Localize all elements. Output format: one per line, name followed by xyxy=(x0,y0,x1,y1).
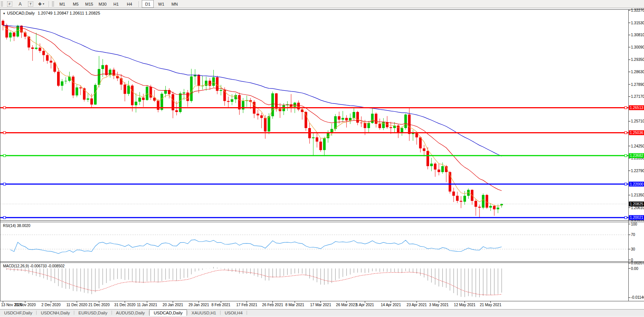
svg-text:1.27170: 1.27170 xyxy=(631,94,644,99)
hline-price-label: 1.25036 xyxy=(629,130,644,135)
timeframe-button-m5[interactable]: M5 xyxy=(70,0,82,8)
price-axis: 1.322701.315301.308101.300901.293501.286… xyxy=(629,8,644,222)
rsi-panel: 10070300 xyxy=(0,222,637,262)
text-label-tool-button[interactable]: A xyxy=(16,1,25,7)
tab-usoil-h4[interactable]: USOil,H4 xyxy=(221,310,247,316)
svg-text:0.002074: 0.002074 xyxy=(631,261,644,265)
price-low: 1.20611 xyxy=(70,11,84,15)
svg-text:1.20825: 1.20825 xyxy=(630,202,643,206)
drawing-tools-group: FAT❖▾ xyxy=(4,1,46,7)
timeframe-button-mn[interactable]: MN xyxy=(169,0,181,8)
svg-text:11 Dec 2020: 11 Dec 2020 xyxy=(66,303,87,307)
svg-text:1.28630: 1.28630 xyxy=(631,70,644,74)
svg-text:1.25710: 1.25710 xyxy=(631,119,644,123)
tab-audusd-daily[interactable]: AUDUSD,Daily xyxy=(112,310,149,316)
timeframe-button-w1[interactable]: W1 xyxy=(155,0,167,8)
toolbar-grip2[interactable] xyxy=(52,1,54,7)
current-price-label: 1.20825 xyxy=(629,202,644,206)
horizontal-line-object[interactable] xyxy=(0,155,629,157)
svg-text:100: 100 xyxy=(631,222,637,226)
toolbar-separator xyxy=(138,1,139,7)
tab-divider xyxy=(247,311,247,315)
svg-text:23 Apr 2021: 23 Apr 2021 xyxy=(407,303,427,307)
toolbar-grip[interactable] xyxy=(1,1,3,7)
text-tool-icon: T xyxy=(28,1,33,7)
svg-text:26 Feb 2021: 26 Feb 2021 xyxy=(262,303,284,307)
timeframe-group: M1M5M15M30H1H4D1W1MN xyxy=(56,0,181,8)
horizontal-line-object[interactable] xyxy=(0,131,629,134)
horizontal-line-object[interactable] xyxy=(0,106,629,109)
hline-price-label: 1.22000 xyxy=(629,182,644,187)
text-label-tool-icon: A xyxy=(19,1,22,7)
horizontal-line-object[interactable] xyxy=(0,217,629,219)
tab-usdcad-daily[interactable]: USDCAD,Daily xyxy=(149,310,187,316)
price-close: 1.20825 xyxy=(85,11,100,15)
arrows-tool-icon: ❖ xyxy=(38,1,42,7)
date-axis: 13 Nov 202023 Nov 20202 Dec 202011 Dec 2… xyxy=(1,301,501,307)
chart-title: ▼USDCAD,Daily1.20749 1.20847 1.20611 1.2… xyxy=(3,11,100,15)
fibonacci-tool-icon: F xyxy=(7,1,12,7)
svg-text:29 Jan 2021: 29 Jan 2021 xyxy=(188,303,209,307)
horizontal-line-object[interactable] xyxy=(0,183,629,185)
svg-text:1.27890: 1.27890 xyxy=(631,83,644,87)
timeframe-button-m15[interactable]: M15 xyxy=(83,0,95,8)
svg-text:12 May 2021: 12 May 2021 xyxy=(454,303,476,307)
svg-text:1.32270: 1.32270 xyxy=(631,8,644,12)
svg-text:1.25036: 1.25036 xyxy=(630,131,643,135)
svg-text:1.29350: 1.29350 xyxy=(631,58,644,62)
timeframe-button-m30[interactable]: M30 xyxy=(97,0,109,8)
fibonacci-tool-button[interactable]: F xyxy=(5,1,14,7)
tab-usdcnh-daily[interactable]: USDCNH,Daily xyxy=(37,310,74,316)
timeframe-button-h1[interactable]: H1 xyxy=(110,0,122,8)
hline-price-label: 1.20021 xyxy=(629,215,644,220)
svg-text:8 Feb 2021: 8 Feb 2021 xyxy=(212,303,231,307)
svg-text:31 Dec 2020: 31 Dec 2020 xyxy=(114,303,135,307)
svg-text:-0.011462: -0.011462 xyxy=(631,295,644,299)
svg-text:1.24250: 1.24250 xyxy=(631,144,644,148)
timeframe-button-m1[interactable]: M1 xyxy=(56,0,68,8)
dropdown-caret-icon[interactable]: ▾ xyxy=(43,2,44,6)
svg-text:3 May 2021: 3 May 2021 xyxy=(429,303,449,307)
svg-text:17 Mar 2021: 17 Mar 2021 xyxy=(310,303,331,307)
price-chart[interactable]: 1.322701.315301.308101.300901.293501.286… xyxy=(0,0,644,317)
svg-text:1.30810: 1.30810 xyxy=(631,33,644,37)
svg-text:8 Mar 2021: 8 Mar 2021 xyxy=(285,303,304,307)
rsi-indicator-label: RSI(14) 38.0020 xyxy=(3,224,30,228)
arrows-tool-button[interactable]: ❖▾ xyxy=(37,1,46,7)
svg-text:1.30090: 1.30090 xyxy=(631,45,644,49)
toolbar-separator xyxy=(49,1,49,7)
svg-text:70: 70 xyxy=(631,233,635,237)
timeframe-button-d1[interactable]: D1 xyxy=(142,0,154,8)
svg-text:23 Nov 2020: 23 Nov 2020 xyxy=(15,303,36,307)
symbol-label: USDCAD,Daily xyxy=(7,11,35,15)
svg-text:17 Feb 2021: 17 Feb 2021 xyxy=(236,303,257,307)
collapse-arrow-icon[interactable]: ▼ xyxy=(3,12,6,15)
svg-text:1.23682: 1.23682 xyxy=(630,153,643,158)
timeframe-button-h4[interactable]: H4 xyxy=(124,0,135,8)
toolbar: FAT❖▾ M1M5M15M30H1H4D1W1MN xyxy=(0,0,644,8)
svg-text:11 Jan 2021: 11 Jan 2021 xyxy=(137,303,157,307)
svg-text:26 Mar 2021: 26 Mar 2021 xyxy=(336,303,357,307)
chart-tab-bar: USDCHF,DailyUSDCNH,DailyEURUSD,DailyAUDU… xyxy=(0,309,644,316)
svg-text:21 May 2021: 21 May 2021 xyxy=(480,303,501,307)
tab-usdchf-daily[interactable]: USDCHF,Daily xyxy=(0,310,36,316)
svg-text:14 Apr 2021: 14 Apr 2021 xyxy=(381,303,401,307)
svg-text:2 Dec 2020: 2 Dec 2020 xyxy=(41,303,61,307)
price-high: 1.20847 xyxy=(54,11,69,15)
text-tool-button[interactable]: T xyxy=(26,1,35,7)
rsi-line xyxy=(10,240,502,254)
svg-text:5 Apr 2021: 5 Apr 2021 xyxy=(356,303,374,307)
svg-text:0.00: 0.00 xyxy=(631,267,638,271)
svg-text:1.20021: 1.20021 xyxy=(630,215,643,220)
svg-text:1.31530: 1.31530 xyxy=(631,21,644,25)
macd-indicator-label: MACD(12,26,9) -0.006733 -0.008502 xyxy=(3,264,65,268)
hline-price-label: 1.26513 xyxy=(629,105,644,110)
svg-text:21 Dec 2020: 21 Dec 2020 xyxy=(88,303,110,307)
tab-eurusd-daily[interactable]: EURUSD,Daily xyxy=(74,310,111,316)
mt4-window: 1.322701.315301.308101.300901.293501.286… xyxy=(0,0,644,317)
macd-panel: 0.0020740.00-0.011462 xyxy=(7,261,644,299)
tab-xauusd-h1[interactable]: XAUUSD,H1 xyxy=(187,310,220,316)
svg-text:1.22000: 1.22000 xyxy=(630,182,643,186)
svg-text:20 Jan 2021: 20 Jan 2021 xyxy=(163,303,183,307)
svg-text:1.22790: 1.22790 xyxy=(631,169,644,173)
